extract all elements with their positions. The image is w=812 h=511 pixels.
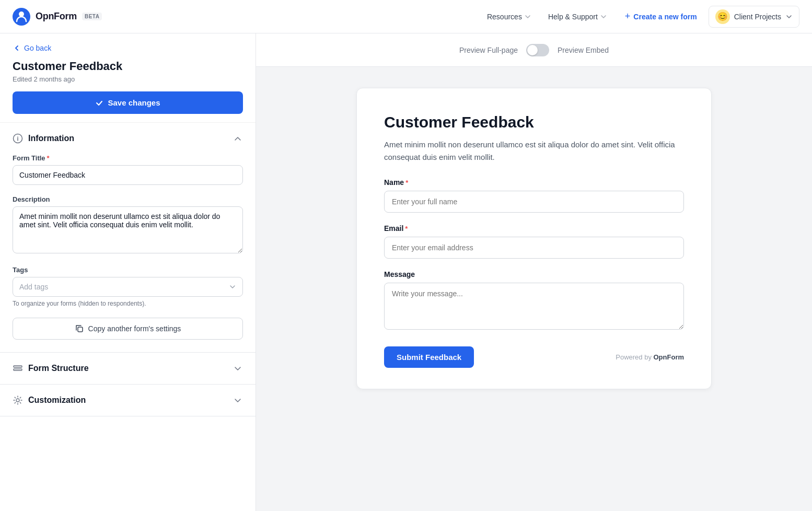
description-textarea[interactable]: Amet minim mollit non deserunt ullamco e… bbox=[13, 206, 243, 253]
tags-select-wrapper: Add tags bbox=[13, 277, 243, 297]
save-changes-button[interactable]: Save changes bbox=[13, 91, 243, 114]
collapse-icon bbox=[233, 133, 243, 144]
resources-nav-button[interactable]: Resources bbox=[481, 8, 538, 25]
go-back-link[interactable]: Go back bbox=[13, 44, 243, 52]
svg-rect-4 bbox=[14, 366, 22, 367]
main-layout: Go back Customer Feedback Edited 2 month… bbox=[0, 33, 812, 511]
copy-settings-button[interactable]: Copy another form's settings bbox=[13, 318, 243, 340]
form-title-input[interactable] bbox=[13, 165, 243, 185]
preview-area: Preview Full-page Preview Embed Customer… bbox=[256, 33, 812, 511]
email-field-group: Email * bbox=[384, 224, 684, 259]
email-field-input[interactable] bbox=[384, 237, 684, 259]
workspace-button[interactable]: 😊 Client Projects bbox=[709, 6, 799, 28]
svg-point-1 bbox=[19, 11, 24, 17]
form-structure-title: Form Structure bbox=[28, 364, 89, 373]
form-structure-section: Form Structure bbox=[0, 353, 256, 385]
required-star: * bbox=[47, 154, 50, 162]
submit-feedback-button[interactable]: Submit Feedback bbox=[384, 346, 474, 368]
preview-content: Customer Feedback Amet minim mollit non … bbox=[256, 67, 812, 511]
form-title-field-group: Form Title * bbox=[13, 154, 243, 185]
create-new-form-button[interactable]: + Create a new form bbox=[618, 7, 704, 26]
preview-toolbar: Preview Full-page Preview Embed bbox=[256, 33, 812, 67]
preview-fullpage-label: Preview Full-page bbox=[459, 46, 518, 54]
tags-hint: To organize your forms (hidden to respon… bbox=[13, 300, 243, 307]
name-field-input[interactable] bbox=[384, 191, 684, 213]
information-section-header[interactable]: Information bbox=[0, 123, 256, 154]
form-structure-section-header[interactable]: Form Structure bbox=[0, 353, 256, 384]
form-edited-text: Edited 2 months ago bbox=[13, 75, 243, 83]
chevron-down-icon bbox=[524, 13, 531, 20]
tags-select[interactable]: Add tags bbox=[13, 277, 243, 297]
required-star: * bbox=[405, 225, 408, 233]
message-field-group: Message bbox=[384, 270, 684, 332]
logo-text: OpnForm bbox=[36, 11, 77, 22]
powered-by: Powered by OpnForm bbox=[616, 353, 684, 361]
preview-toggle[interactable] bbox=[526, 44, 549, 56]
sidebar: Go back Customer Feedback Edited 2 month… bbox=[0, 33, 256, 511]
form-card-description: Amet minim mollit non deserunt ullamco e… bbox=[384, 138, 684, 164]
header-right: Resources Help & Support + Create a new … bbox=[481, 6, 799, 28]
beta-badge: BETA bbox=[82, 13, 102, 20]
message-field-label: Message bbox=[384, 270, 684, 278]
sidebar-top: Go back Customer Feedback Edited 2 month… bbox=[0, 33, 256, 123]
info-icon bbox=[13, 133, 23, 144]
checkmark-icon bbox=[95, 99, 103, 107]
expand-icon bbox=[233, 395, 243, 405]
svg-rect-3 bbox=[78, 327, 83, 332]
name-field-group: Name * bbox=[384, 178, 684, 213]
opnform-logo-icon bbox=[13, 8, 30, 26]
description-label: Description bbox=[13, 195, 243, 203]
message-field-textarea[interactable] bbox=[384, 283, 684, 330]
copy-icon bbox=[75, 324, 84, 333]
help-support-nav-button[interactable]: Help & Support bbox=[542, 8, 613, 25]
form-title-label: Form Title * bbox=[13, 154, 243, 162]
form-structure-icon bbox=[13, 363, 23, 374]
chevron-down-icon bbox=[785, 13, 793, 20]
chevron-down-icon bbox=[600, 13, 607, 20]
avatar: 😊 bbox=[715, 9, 730, 24]
form-card-title: Customer Feedback bbox=[384, 113, 684, 131]
customization-icon bbox=[13, 395, 23, 405]
customization-section-header[interactable]: Customization bbox=[0, 385, 256, 416]
information-section-content: Form Title * Description Amet minim moll… bbox=[0, 154, 256, 352]
form-card: Customer Feedback Amet minim mollit non … bbox=[356, 88, 712, 389]
tags-label: Tags bbox=[13, 266, 243, 274]
name-field-label: Name * bbox=[384, 178, 684, 187]
svg-rect-5 bbox=[14, 369, 22, 370]
form-title-heading: Customer Feedback bbox=[13, 60, 243, 73]
customization-title: Customization bbox=[28, 396, 86, 405]
submit-row: Submit Feedback Powered by OpnForm bbox=[384, 346, 684, 368]
tags-field-group: Tags Add tags To organize your forms (hi… bbox=[13, 266, 243, 307]
header-left: OpnForm BETA bbox=[13, 8, 102, 26]
preview-embed-label: Preview Embed bbox=[558, 46, 609, 54]
expand-icon bbox=[233, 363, 243, 374]
header: OpnForm BETA Resources Help & Support + … bbox=[0, 0, 812, 33]
information-section-title: Information bbox=[28, 134, 74, 143]
information-section: Information Form Title * Description bbox=[0, 123, 256, 353]
email-field-label: Email * bbox=[384, 224, 684, 233]
svg-point-6 bbox=[16, 399, 19, 402]
required-star: * bbox=[405, 179, 408, 187]
arrow-left-icon bbox=[13, 44, 21, 52]
customization-section: Customization bbox=[0, 385, 256, 416]
description-field-group: Description Amet minim mollit non deseru… bbox=[13, 195, 243, 256]
